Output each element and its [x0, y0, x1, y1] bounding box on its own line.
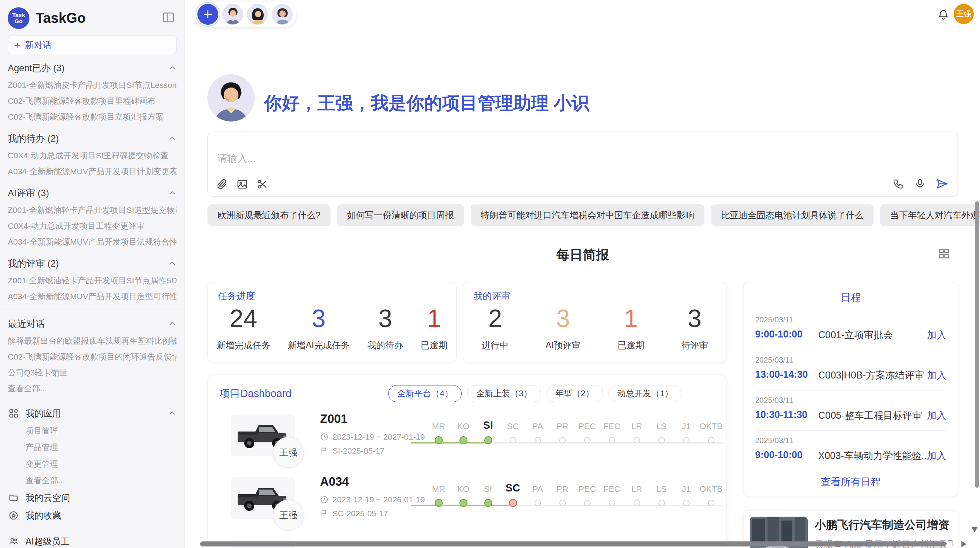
sidebar-item-product-mgmt[interactable]: 产品管理: [8, 439, 176, 456]
chevron-up-icon[interactable]: [168, 134, 176, 143]
sidebar-item-change-mgmt[interactable]: 变更管理: [8, 456, 176, 472]
milestone: J1: [674, 480, 699, 507]
notification-bell-icon[interactable]: [937, 9, 949, 20]
suggestion-chip[interactable]: 比亚迪全固态电池计划具体说了什么: [711, 204, 874, 226]
chat-composer: [207, 132, 958, 197]
avatar[interactable]: [272, 4, 293, 25]
list-item[interactable]: Z001-全新燃油皮卡产品开发项目SI节点Lesson Learn报告: [8, 77, 176, 93]
milestone-dot: [708, 500, 714, 506]
scroll-right-arrow[interactable]: [961, 541, 966, 547]
list-item[interactable]: C02-飞腾新能源轻客改款项目的闭环通告反馈情况: [8, 349, 176, 365]
attachment-icon[interactable]: [216, 178, 228, 190]
project-dates: 2023-12-19 ~ 2026-01-19: [320, 495, 425, 504]
chevron-up-icon[interactable]: [168, 189, 176, 197]
suggestion-chip[interactable]: 欧洲新规最近颁布了什么?: [207, 204, 331, 226]
milestone-dot: [683, 500, 690, 506]
list-item[interactable]: C02-飞腾新能源轻客改款项目立项汇报方案: [8, 109, 176, 125]
project-row[interactable]: 王强 Z001 2023-12-19 ~ 2027-01-19 SI-2025-…: [208, 412, 726, 470]
list-item[interactable]: C0X4-动力总成开发项目工程变更评审: [8, 218, 176, 234]
stat: 3我的待办: [367, 305, 403, 351]
news-title: 小鹏飞行汽车制造公司增资: [815, 517, 949, 533]
section-agent-done[interactable]: Agent已办 (3): [8, 59, 176, 77]
filter-pill[interactable]: 动总开发（1）: [608, 385, 682, 402]
scroll-down-arrow[interactable]: [971, 527, 978, 532]
card-title: 任务进度: [218, 290, 255, 302]
app-title: TaskGo: [36, 10, 86, 26]
milestone-dot: [708, 437, 714, 444]
avatar[interactable]: [222, 4, 243, 25]
chat-input[interactable]: [216, 152, 797, 165]
scissors-icon[interactable]: [257, 178, 268, 190]
milestone-dot: [459, 499, 468, 507]
list-item[interactable]: C02-飞腾新能源轻客改款项目里程碑画布: [8, 93, 176, 109]
filter-pill[interactable]: 全新平台（4）: [388, 385, 462, 402]
list-item[interactable]: 公司Q3轻卡销量: [8, 365, 176, 380]
section-my-review[interactable]: 我的评审 (2): [8, 254, 176, 272]
microphone-icon[interactable]: [914, 178, 926, 190]
milestone-dot: [609, 437, 615, 444]
milestone: PA: [525, 480, 550, 507]
sidebar-item-ai-super-staff[interactable]: AI超级员工: [8, 533, 176, 548]
stat: 3AI预评审: [545, 305, 581, 351]
image-icon[interactable]: [236, 178, 248, 190]
composer-left-icons: [216, 178, 268, 190]
chevron-up-icon[interactable]: [168, 320, 176, 328]
sidebar: Task Go TaskGo + 新对话 Agent已办 (3) Z001-全新…: [0, 0, 185, 548]
avatar[interactable]: [247, 4, 268, 25]
list-item[interactable]: A034-全新新能源MUV产品开发项目计划变更表编写: [8, 163, 176, 179]
join-link[interactable]: 加入: [927, 369, 946, 382]
flag-icon: [320, 447, 329, 455]
plus-icon: +: [14, 40, 20, 50]
view-all-chats[interactable]: 查看全部...: [8, 380, 176, 396]
join-link[interactable]: 加入: [927, 449, 946, 462]
sidebar-item-favorites[interactable]: 我的收藏: [8, 507, 176, 524]
stat: 2进行中: [482, 305, 509, 351]
project-row[interactable]: 王强 A034 2023-12-19 ~ 2026-01-19 SC-2025-…: [208, 475, 726, 533]
section-my-todo[interactable]: 我的待办 (2): [8, 129, 176, 147]
logo-line2: Go: [15, 18, 23, 24]
chevron-up-icon[interactable]: [168, 409, 176, 418]
people-icon: [8, 536, 19, 546]
view-all-schedule-link[interactable]: 查看所有日程: [744, 475, 958, 489]
join-link[interactable]: 加入: [927, 329, 946, 341]
send-icon[interactable]: [936, 178, 948, 190]
milestone-dot: [559, 437, 566, 444]
filter-pill[interactable]: 全新上装（3）: [467, 385, 541, 402]
assistant-greeting: 你好，王强，我是你的项目管理助理 小识: [264, 91, 589, 115]
chevron-up-icon[interactable]: [168, 259, 176, 268]
new-chat-button[interactable]: + 新对话: [8, 36, 176, 54]
sidebar-item-my-apps[interactable]: 我的应用: [8, 404, 176, 422]
list-item[interactable]: 解释最新出台的欧盟报废车法规再生塑料比例被调至15%...: [8, 333, 176, 349]
sidebar-collapse-icon[interactable]: [162, 11, 175, 24]
join-link[interactable]: 加入: [927, 409, 946, 422]
view-all-apps[interactable]: 查看全部...: [8, 472, 176, 489]
sidebar-item-project-mgmt[interactable]: 项目管理: [8, 422, 176, 439]
project-dates: 2023-12-19 ~ 2027-01-19: [320, 432, 425, 442]
suggestion-chip[interactable]: 特朗普可能对进口汽车增税会对中国车企造成哪些影响: [471, 204, 704, 226]
list-item[interactable]: Z001-全新燃油轻卡产品开发项目SI造型提交物评审: [8, 202, 176, 218]
section-recent-chats[interactable]: 最近对话: [8, 315, 176, 333]
chevron-up-icon[interactable]: [168, 64, 176, 72]
list-item[interactable]: C0X4-动力总成开发项目SI里程碑提交物检查: [8, 147, 176, 163]
schedule-entry: 2025/03/11 13:00-14:30 C003|H0B-方案冻结评审 加…: [755, 350, 946, 390]
vertical-scrollbar[interactable]: [975, 201, 979, 488]
user-avatar[interactable]: 王强: [954, 4, 974, 24]
milestone-dot: [634, 437, 640, 444]
phone-icon[interactable]: [893, 178, 904, 190]
section-ai-review[interactable]: AI评审 (3): [8, 184, 176, 202]
milestone-dot: [535, 437, 541, 444]
list-item[interactable]: Z001-全新燃油轻卡产品开发项目SI节点属性5D文件评审: [8, 272, 176, 288]
list-item[interactable]: A034-全新新能源MUV产品开发项目法规符合性评审: [8, 234, 176, 250]
new-chat-label: 新对话: [25, 39, 51, 51]
clock-icon: [320, 433, 329, 441]
suggestion-chip[interactable]: 如何写一份清晰的项目周报: [337, 204, 464, 226]
milestone: MR: [426, 418, 451, 444]
milestone-dot: [484, 499, 492, 507]
layout-grid-icon[interactable]: [938, 248, 950, 259]
sidebar-item-cloud-space[interactable]: 我的云空间: [8, 489, 176, 507]
horizontal-scrollbar[interactable]: [200, 541, 946, 546]
new-session-button[interactable]: [197, 4, 218, 25]
suggestion-chip[interactable]: 当下年轻人对汽车外观有怎样的喜好趋势: [880, 204, 980, 226]
list-item[interactable]: A034-全新新能源MUV产品开发项目造型可行性评审: [8, 288, 176, 304]
filter-pill[interactable]: 年型（2）: [547, 385, 603, 402]
